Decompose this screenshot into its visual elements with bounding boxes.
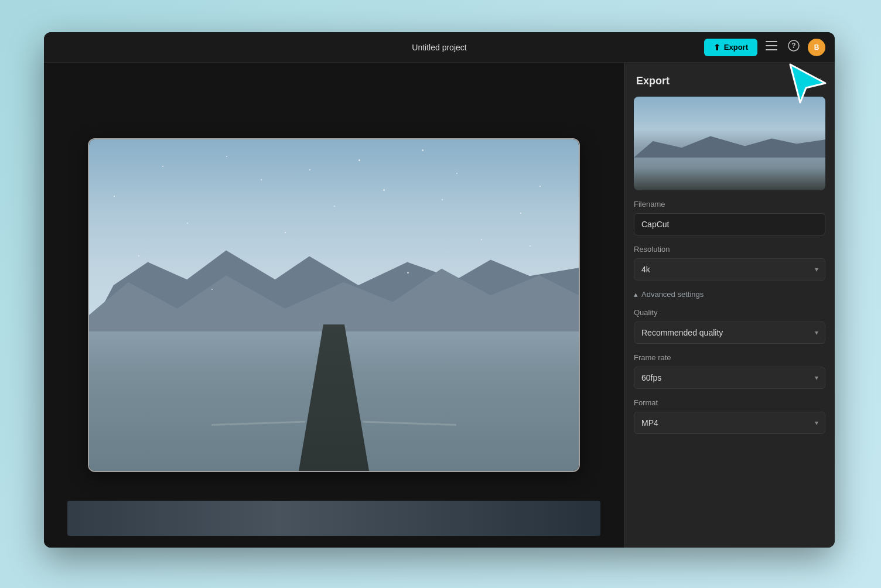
framerate-group: Frame rate 24fps 30fps 60fps xyxy=(634,353,825,389)
export-preview-thumbnail xyxy=(634,97,825,190)
advanced-settings-label: Advanced settings xyxy=(641,290,704,299)
top-bar-right: ⬆ Export ? xyxy=(704,37,825,57)
quality-select[interactable]: Recommended quality Better quality Best … xyxy=(634,322,825,344)
filename-group: Filename xyxy=(634,200,825,235)
svg-rect-1 xyxy=(766,45,777,46)
avatar-initials: B xyxy=(814,43,819,52)
timeline-thumbnail xyxy=(67,501,600,536)
guardrail-right xyxy=(363,421,456,471)
svg-rect-0 xyxy=(766,41,777,42)
video-frame xyxy=(88,138,580,472)
top-bar: Untitled project ⬆ Export xyxy=(44,32,835,63)
advanced-settings-form: Quality Recommended quality Better quali… xyxy=(624,308,835,443)
timeline-strip xyxy=(67,501,600,536)
preview-area xyxy=(44,63,624,548)
quality-select-wrapper: Recommended quality Better quality Best … xyxy=(634,322,825,344)
svg-rect-2 xyxy=(766,49,777,50)
resolution-group: Resolution 1080p 2k 4k xyxy=(634,245,825,281)
upload-icon: ⬆ xyxy=(713,43,720,52)
framerate-label: Frame rate xyxy=(634,353,825,362)
video-scene xyxy=(89,139,579,471)
format-select[interactable]: MP4 MOV AVI xyxy=(634,412,825,434)
export-button[interactable]: ⬆ Export xyxy=(704,39,757,56)
filename-input[interactable] xyxy=(634,213,825,235)
menu-icon xyxy=(766,41,777,53)
export-panel: Export × Filename Resolution xyxy=(624,63,835,548)
main-content: Export × Filename Resolution xyxy=(44,63,835,548)
chevron-up-icon: ▴ xyxy=(634,290,638,299)
resolution-select[interactable]: 1080p 2k 4k xyxy=(634,258,825,281)
format-select-wrapper: MP4 MOV AVI xyxy=(634,412,825,434)
format-label: Format xyxy=(634,398,825,407)
quality-group: Quality Recommended quality Better quali… xyxy=(634,308,825,344)
resolution-select-wrapper: 1080p 2k 4k xyxy=(634,258,825,281)
advanced-settings-toggle[interactable]: ▴ Advanced settings xyxy=(624,290,835,308)
user-avatar-button[interactable]: B xyxy=(808,39,825,56)
close-button[interactable]: × xyxy=(814,74,823,87)
help-button[interactable]: ? xyxy=(786,37,802,57)
format-group: Format MP4 MOV AVI xyxy=(634,398,825,434)
resolution-label: Resolution xyxy=(634,245,825,254)
export-form: Filename Resolution 1080p 2k 4k xyxy=(624,200,835,290)
svg-text:?: ? xyxy=(791,42,795,50)
export-panel-header: Export × xyxy=(624,63,835,97)
export-button-label: Export xyxy=(724,43,748,52)
guardrail-left xyxy=(211,421,305,471)
app-window: Untitled project ⬆ Export xyxy=(44,32,835,548)
filename-label: Filename xyxy=(634,200,825,208)
project-title: Untitled project xyxy=(412,43,466,52)
framerate-select[interactable]: 24fps 30fps 60fps xyxy=(634,367,825,389)
framerate-select-wrapper: 24fps 30fps 60fps xyxy=(634,367,825,389)
help-icon: ? xyxy=(788,40,800,54)
export-panel-title: Export xyxy=(636,75,670,87)
quality-label: Quality xyxy=(634,308,825,317)
menu-button[interactable] xyxy=(763,39,780,56)
